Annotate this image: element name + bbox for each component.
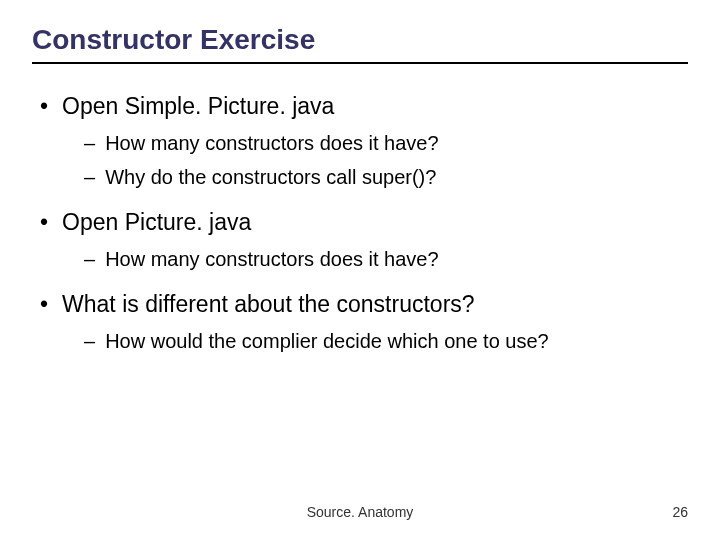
list-item: – Why do the constructors call super()? <box>32 164 688 190</box>
bullet-marker: • <box>40 290 48 320</box>
bullet-text: What is different about the constructors… <box>62 290 475 320</box>
dash-marker: – <box>84 328 95 354</box>
list-item: • Open Picture. java <box>32 208 688 238</box>
bullet-marker: • <box>40 92 48 122</box>
bullet-text: How many constructors does it have? <box>105 130 439 156</box>
list-item: • Open Simple. Picture. java <box>32 92 688 122</box>
list-item: – How many constructors does it have? <box>32 130 688 156</box>
bullet-marker: • <box>40 208 48 238</box>
slide-content: • Open Simple. Picture. java – How many … <box>32 92 688 354</box>
bullet-text: How many constructors does it have? <box>105 246 439 272</box>
slide-title: Constructor Exercise <box>32 24 688 64</box>
dash-marker: – <box>84 246 95 272</box>
bullet-text: How would the complier decide which one … <box>105 328 549 354</box>
bullet-text: Open Picture. java <box>62 208 251 238</box>
list-item: – How many constructors does it have? <box>32 246 688 272</box>
list-item: – How would the complier decide which on… <box>32 328 688 354</box>
footer-center-text: Source. Anatomy <box>307 504 414 520</box>
slide-footer: Source. Anatomy 26 <box>0 504 720 520</box>
page-number: 26 <box>672 504 688 520</box>
dash-marker: – <box>84 164 95 190</box>
bullet-text: Open Simple. Picture. java <box>62 92 334 122</box>
bullet-text: Why do the constructors call super()? <box>105 164 436 190</box>
list-item: • What is different about the constructo… <box>32 290 688 320</box>
dash-marker: – <box>84 130 95 156</box>
